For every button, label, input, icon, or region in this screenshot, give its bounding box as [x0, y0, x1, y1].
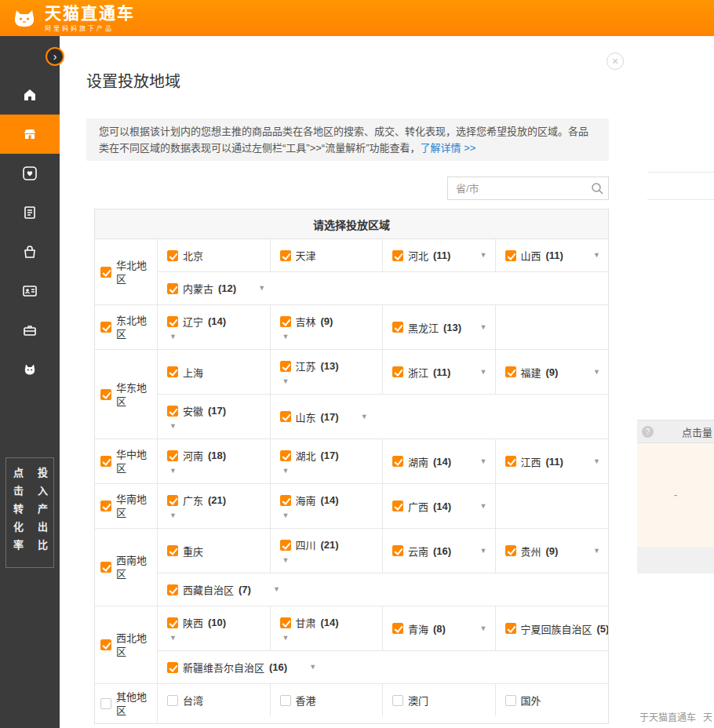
- region-label[interactable]: 东北地区: [116, 314, 154, 340]
- checkbox[interactable]: [392, 545, 403, 556]
- checkbox[interactable]: [505, 623, 516, 634]
- province-label[interactable]: 湖北: [296, 448, 316, 463]
- dropdown-arrow-icon[interactable]: ▼: [475, 252, 487, 259]
- checkbox[interactable]: [280, 450, 291, 461]
- checkbox[interactable]: [167, 545, 178, 556]
- region-label[interactable]: 其他地区: [116, 690, 154, 717]
- sidebar-toggle-button[interactable]: ›: [46, 47, 64, 66]
- dropdown-arrow-icon[interactable]: ▼: [588, 458, 600, 465]
- checkbox[interactable]: [280, 540, 291, 551]
- checkbox[interactable]: [100, 456, 111, 467]
- dropdown-arrow-icon[interactable]: ▼: [169, 468, 177, 475]
- dropdown-arrow-icon[interactable]: ▼: [282, 468, 290, 475]
- checkbox[interactable]: [100, 322, 111, 333]
- province-search-input[interactable]: [447, 177, 609, 200]
- close-icon[interactable]: ×: [607, 53, 624, 70]
- dropdown-arrow-icon[interactable]: ▼: [475, 548, 487, 555]
- region-label[interactable]: 华北地区: [116, 259, 154, 286]
- sidebar-item-tmall[interactable]: [0, 350, 60, 389]
- region-label[interactable]: 西北地区: [116, 632, 154, 658]
- province-label[interactable]: 陕西: [183, 615, 203, 630]
- region-label[interactable]: 西南地区: [116, 554, 154, 581]
- checkbox[interactable]: [100, 639, 111, 650]
- province-label[interactable]: 上海: [183, 365, 203, 380]
- sidebar-item-shop[interactable]: [0, 232, 60, 271]
- checkbox[interactable]: [392, 322, 403, 333]
- province-label[interactable]: 江苏: [296, 359, 316, 373]
- dropdown-arrow-icon[interactable]: ▼: [282, 635, 290, 642]
- checkbox[interactable]: [505, 695, 516, 706]
- checkbox[interactable]: [280, 495, 291, 506]
- region-label[interactable]: 华南地区: [116, 493, 154, 519]
- dropdown-arrow-icon[interactable]: ▼: [273, 586, 280, 593]
- dropdown-arrow-icon[interactable]: ▼: [282, 378, 290, 385]
- checkbox[interactable]: [392, 500, 403, 511]
- sidebar-item-favorites[interactable]: [0, 154, 60, 193]
- checkbox[interactable]: [167, 450, 178, 461]
- province-label[interactable]: 云南: [408, 544, 428, 559]
- checkbox[interactable]: [167, 584, 178, 595]
- province-label[interactable]: 海南: [296, 493, 316, 508]
- checkbox[interactable]: [280, 695, 291, 706]
- checkbox[interactable]: [392, 366, 403, 377]
- search-icon[interactable]: [591, 182, 603, 195]
- dropdown-arrow-icon[interactable]: ▼: [169, 512, 177, 519]
- dropdown-arrow-icon[interactable]: ▼: [475, 503, 487, 510]
- dropdown-arrow-icon[interactable]: ▼: [282, 557, 290, 564]
- dropdown-arrow-icon[interactable]: ▼: [169, 423, 177, 430]
- province-label[interactable]: 山西: [521, 248, 541, 263]
- sidebar-item-home[interactable]: [0, 75, 60, 115]
- province-label[interactable]: 广西: [408, 499, 428, 514]
- province-label[interactable]: 香港: [296, 693, 316, 708]
- province-label[interactable]: 山东: [296, 410, 316, 424]
- checkbox[interactable]: [505, 456, 516, 467]
- province-label[interactable]: 河北: [408, 248, 428, 263]
- province-label[interactable]: 广东: [183, 493, 203, 508]
- checkbox[interactable]: [100, 267, 111, 278]
- dropdown-arrow-icon[interactable]: ▼: [282, 512, 290, 519]
- province-label[interactable]: 福建: [521, 365, 541, 380]
- province-label[interactable]: 甘肃: [296, 615, 316, 630]
- checkbox[interactable]: [167, 316, 178, 327]
- checkbox[interactable]: [280, 316, 291, 327]
- province-label[interactable]: 辽宁: [183, 314, 203, 329]
- province-label[interactable]: 河南: [183, 448, 203, 463]
- province-label[interactable]: 吉林: [296, 314, 316, 329]
- sidebar-item-campaigns[interactable]: [0, 115, 60, 154]
- checkbox[interactable]: [100, 389, 111, 400]
- province-label[interactable]: 江西: [521, 454, 541, 469]
- checkbox[interactable]: [167, 617, 178, 628]
- region-label[interactable]: 华东地区: [116, 381, 154, 408]
- checkbox[interactable]: [392, 456, 403, 467]
- checkbox[interactable]: [280, 411, 291, 422]
- province-label[interactable]: 北京: [183, 248, 203, 263]
- checkbox[interactable]: [505, 366, 516, 377]
- dropdown-arrow-icon[interactable]: ▼: [361, 413, 368, 420]
- dropdown-arrow-icon[interactable]: ▼: [169, 635, 177, 642]
- province-label[interactable]: 台湾: [183, 693, 203, 708]
- checkbox[interactable]: [167, 495, 178, 506]
- province-label[interactable]: 宁夏回族自治区: [521, 621, 592, 636]
- sidebar-item-reports[interactable]: [0, 193, 60, 232]
- province-label[interactable]: 国外: [521, 693, 541, 708]
- dropdown-arrow-icon[interactable]: ▼: [475, 324, 487, 331]
- checkbox[interactable]: [392, 695, 403, 706]
- learn-more-link[interactable]: 了解详情 >>: [421, 142, 476, 154]
- province-label[interactable]: 新疆维吾尔自治区: [183, 660, 264, 675]
- checkbox[interactable]: [505, 545, 516, 556]
- province-label[interactable]: 贵州: [521, 544, 541, 559]
- province-label[interactable]: 澳门: [408, 693, 428, 708]
- checkbox[interactable]: [100, 698, 111, 709]
- dropdown-arrow-icon[interactable]: ▼: [309, 664, 316, 671]
- checkbox[interactable]: [167, 250, 178, 261]
- dropdown-arrow-icon[interactable]: ▼: [258, 285, 265, 292]
- dropdown-arrow-icon[interactable]: ▼: [475, 625, 487, 632]
- checkbox[interactable]: [167, 695, 178, 706]
- province-label[interactable]: 湖南: [408, 454, 428, 469]
- province-label[interactable]: 黑龙江: [408, 320, 439, 335]
- dropdown-arrow-icon[interactable]: ▼: [169, 333, 177, 340]
- checkbox[interactable]: [505, 250, 516, 261]
- checkbox[interactable]: [100, 500, 111, 511]
- checkbox[interactable]: [280, 361, 291, 372]
- province-label[interactable]: 内蒙古: [183, 281, 213, 296]
